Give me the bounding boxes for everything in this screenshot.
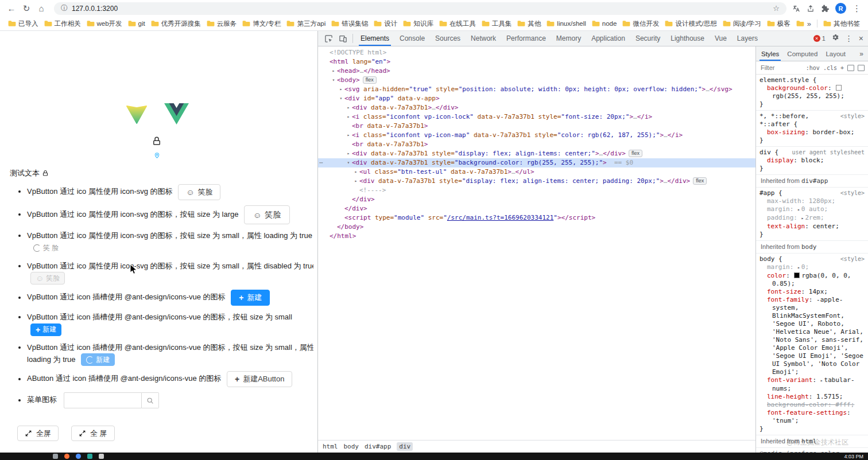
bookmark-item[interactable]: 阅读/学习: [720, 18, 764, 29]
translate-icon[interactable]: [792, 5, 800, 13]
styles-filter-input[interactable]: [760, 64, 803, 72]
styles-toggle[interactable]: +: [840, 65, 844, 71]
dom-tree-row[interactable]: <!---->: [318, 186, 755, 195]
css-property[interactable]: box-sizing: border-box;: [760, 128, 865, 137]
devtools-tab-application[interactable]: Application: [586, 31, 630, 46]
css-property[interactable]: margin: ▸0 auto;: [760, 205, 865, 214]
bookmark-item[interactable]: linux/shell: [544, 19, 588, 28]
address-bar[interactable]: ⓘ 127.0.0.1:3200 ☆: [54, 2, 786, 15]
dom-tree-row[interactable]: ▸<ul class="btn-test-ul" data-v-7a7a37b1…: [318, 167, 755, 177]
bookmark-item[interactable]: 其他: [515, 18, 543, 29]
refresh-icon[interactable]: ↻: [20, 2, 33, 15]
menu-icon-input[interactable]: [64, 392, 142, 408]
rule-selector[interactable]: body {: [760, 255, 782, 263]
expand-shorthand-icon[interactable]: ▸: [820, 378, 823, 383]
devtools-tab-layers[interactable]: Layers: [732, 31, 763, 46]
browser-menu-icon[interactable]: ⋮: [852, 3, 861, 14]
expand-shorthand-icon[interactable]: ▸: [797, 265, 800, 270]
taskbar-app-icon[interactable]: [64, 454, 69, 459]
dom-tree-row[interactable]: ▸<svg aria-hidden="true" style="position…: [318, 85, 755, 94]
bookmark-item[interactable]: 设计: [371, 18, 400, 29]
dom-tree-row[interactable]: ▾<body>flex: [318, 76, 755, 85]
color-swatch[interactable]: [836, 85, 842, 91]
rule-source-link[interactable]: <style>: [836, 255, 865, 263]
expand-shorthand-icon[interactable]: ▸: [801, 216, 804, 221]
bookmark-star-icon[interactable]: ☆: [773, 4, 780, 13]
dom-tree-row[interactable]: <!DOCTYPE html>: [318, 48, 755, 57]
expand-arrow-icon[interactable]: ▸: [345, 103, 352, 112]
dom-tree-row[interactable]: ▸<i class="iconfont vp-icon-map" data-v-…: [318, 131, 755, 140]
devtools-tab-lighthouse[interactable]: Lighthouse: [665, 31, 710, 46]
css-property[interactable]: font-family: -apple-system, BlinkMacSyst…: [760, 296, 865, 376]
css-property[interactable]: display: block;: [760, 157, 865, 165]
rule-source-link[interactable]: user agent stylesheet: [788, 149, 865, 157]
rule-selector[interactable]: #app {: [760, 189, 782, 197]
bookmark-item[interactable]: node: [590, 19, 619, 28]
taskbar-app-icon[interactable]: [76, 454, 81, 459]
taskbar-app-icon[interactable]: [87, 454, 92, 459]
dom-tree-row[interactable]: ▸<div data-v-7a7a37b1>…</div>: [318, 103, 755, 112]
expand-arrow-icon[interactable]: ▾: [338, 94, 344, 103]
dom-tree-row[interactable]: <html lang="en">: [318, 57, 755, 67]
dom-tree-row[interactable]: ▾<div id="app" data-v-app>: [318, 94, 755, 103]
rule-source-link[interactable]: <style>: [836, 189, 865, 197]
profile-avatar[interactable]: R: [835, 3, 846, 14]
taskbar-app-icon[interactable]: [53, 454, 58, 459]
dom-tree-row[interactable]: ⋯▾<div data-v-7a7a37b1 style="background…: [318, 158, 755, 167]
devtools-tab-performance[interactable]: Performance: [501, 31, 551, 46]
css-property[interactable]: font-size: 14px;: [760, 288, 865, 296]
dom-tree-row[interactable]: ▸<div data-v-7a7a37b1 style="display: fl…: [318, 177, 755, 186]
dom-tree-row[interactable]: <script type="module" src="/src/main.ts?…: [318, 213, 755, 223]
bookmarks-overflow-chevron[interactable]: »: [805, 20, 813, 28]
console-error-badge[interactable]: × 1: [813, 35, 826, 42]
dom-tree-row[interactable]: ▸<i class="iconfont vp-icon-lock" data-v…: [318, 112, 755, 122]
css-property[interactable]: margin: ▸0;: [760, 263, 865, 272]
devtools-tab-elements[interactable]: Elements: [355, 31, 394, 46]
bookmark-item[interactable]: 极客: [765, 18, 793, 29]
expand-arrow-icon[interactable]: ▸: [352, 177, 359, 186]
expand-arrow-icon[interactable]: ▾: [330, 76, 337, 85]
devtools-close-icon[interactable]: ×: [859, 34, 863, 43]
bookmark-item[interactable]: 错误集锦: [329, 18, 370, 29]
bookmark-item[interactable]: 在线工具: [437, 18, 478, 29]
devtools-tab-security[interactable]: Security: [630, 31, 665, 46]
rule-source-link[interactable]: <style>: [836, 112, 865, 128]
new-loading-button[interactable]: 新建: [81, 353, 115, 366]
breadcrumb-item[interactable]: div: [397, 442, 413, 451]
inspect-element-icon[interactable]: [321, 31, 336, 46]
bookmark-item[interactable]: 已导入: [6, 18, 41, 29]
styles-tab-styles[interactable]: Styles: [757, 46, 783, 61]
styles-tab-layout[interactable]: Layout: [822, 46, 850, 61]
bookmark-item[interactable]: 设计模式/思想: [662, 18, 719, 29]
row-menu-dots-icon[interactable]: ⋯: [319, 158, 323, 167]
expand-shorthand-icon[interactable]: ▸: [797, 207, 800, 212]
bookmark-item[interactable]: 公众号运营: [794, 18, 805, 29]
panel-layout-icon[interactable]: [858, 65, 865, 71]
back-icon[interactable]: ←: [5, 2, 18, 15]
rule-selector[interactable]: *, *::before, *::after {: [760, 112, 836, 128]
flex-badge[interactable]: flex: [693, 177, 707, 185]
fullscreen-button-1[interactable]: 全屏: [17, 426, 59, 441]
expand-arrow-icon[interactable]: ▸: [330, 67, 337, 76]
site-info-icon[interactable]: ⓘ: [61, 3, 68, 13]
css-property[interactable]: background-color: rgb(255, 255, 255);: [760, 84, 865, 100]
dom-tree-row[interactable]: <br data-v-7a7a37b1>: [318, 140, 755, 149]
devtools-tab-sources[interactable]: Sources: [430, 31, 466, 46]
expand-arrow-icon[interactable]: ▸: [352, 167, 359, 177]
bookmark-item[interactable]: 工具集: [479, 18, 514, 29]
css-property[interactable]: max-width: 1280px;: [760, 197, 865, 205]
device-toolbar-icon[interactable]: [336, 31, 350, 46]
bookmark-item[interactable]: 博文/专栏: [240, 18, 283, 29]
smile-disabled-button[interactable]: ☺笑脸: [30, 272, 65, 284]
bookmark-item[interactable]: web开发: [84, 18, 125, 29]
css-property[interactable]: background-color: #fff;: [760, 401, 865, 409]
smile-button[interactable]: ☺笑脸: [178, 184, 220, 200]
new-button[interactable]: +新建: [231, 290, 270, 306]
styles-tab-computed[interactable]: Computed: [783, 46, 822, 61]
color-swatch[interactable]: [794, 272, 800, 278]
bookmark-item[interactable]: 工作相关: [42, 18, 83, 29]
extensions-puzzle-icon[interactable]: [821, 5, 829, 13]
bookmark-item[interactable]: 第三方api: [284, 18, 328, 29]
bookmark-item[interactable]: 微信开发: [620, 18, 661, 29]
home-icon[interactable]: ⌂: [34, 2, 48, 15]
